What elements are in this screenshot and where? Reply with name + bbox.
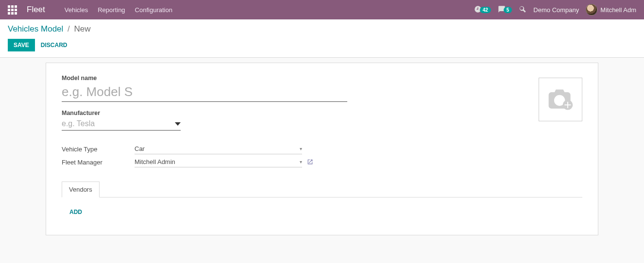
settings-icon[interactable]: [519, 5, 526, 15]
manufacturer-group: Manufacturer: [62, 110, 181, 131]
breadcrumb-sep: /: [68, 24, 70, 33]
tab-vendors[interactable]: Vendors: [62, 181, 100, 197]
manufacturer-select[interactable]: [62, 117, 181, 131]
camera-plus-icon: [546, 87, 575, 112]
save-button[interactable]: SAVE: [8, 39, 35, 51]
nav-left: Fleet Vehicles Reporting Configuration: [8, 5, 172, 15]
top-navbar: Fleet Vehicles Reporting Configuration 4…: [0, 0, 644, 19]
activity-indicator[interactable]: 42: [474, 5, 491, 15]
nav-item-reporting[interactable]: Reporting: [98, 6, 125, 14]
vehicle-type-row: Vehicle Type ▾: [62, 144, 582, 154]
activity-badge: 42: [480, 7, 491, 13]
nav-right: 42 5 Demo Company Mitchell Adm: [474, 4, 636, 16]
vehicle-type-select[interactable]: ▾: [135, 144, 302, 154]
model-name-group: Model name: [62, 75, 347, 102]
sheet-container: Model name Manufacturer Vehicle Type: [0, 58, 644, 247]
tab-bar: Vendors: [62, 181, 582, 197]
model-name-label: Model name: [62, 75, 347, 82]
vendors-panel: ADD: [62, 197, 582, 219]
breadcrumb-parent[interactable]: Vehicles Model: [8, 24, 63, 33]
manufacturer-label: Manufacturer: [62, 110, 181, 116]
nav-item-configuration[interactable]: Configuration: [135, 6, 172, 14]
nav-item-vehicles[interactable]: Vehicles: [65, 6, 88, 14]
model-name-input[interactable]: [62, 82, 347, 102]
action-buttons: SAVE DISCARD: [8, 39, 636, 51]
apps-icon[interactable]: [8, 5, 17, 15]
image-upload[interactable]: [539, 78, 582, 121]
fleet-manager-select[interactable]: ▾: [135, 157, 302, 167]
control-bar: Vehicles Model / New SAVE DISCARD: [0, 19, 644, 58]
user-name: Mitchell Adm: [600, 6, 636, 14]
manufacturer-input[interactable]: [62, 117, 175, 130]
chevron-down-icon[interactable]: [175, 120, 181, 128]
breadcrumb-current: New: [74, 24, 91, 33]
vehicle-type-label: Vehicle Type: [62, 146, 135, 153]
add-vendor-button[interactable]: ADD: [69, 209, 82, 215]
messages-badge: 5: [504, 7, 512, 13]
discard-button[interactable]: DISCARD: [41, 42, 68, 49]
user-menu[interactable]: Mitchell Adm: [586, 4, 636, 16]
app-brand[interactable]: Fleet: [27, 5, 45, 15]
chevron-down-icon[interactable]: ▾: [300, 146, 302, 151]
form-fields: Vehicle Type ▾ Fleet Manager ▾: [62, 144, 582, 167]
fleet-manager-input[interactable]: [135, 158, 300, 165]
company-selector[interactable]: Demo Company: [533, 6, 579, 14]
avatar: [586, 4, 597, 16]
chevron-down-icon[interactable]: ▾: [300, 159, 302, 164]
fleet-manager-row: Fleet Manager ▾: [62, 157, 582, 167]
fleet-manager-label: Fleet Manager: [62, 159, 135, 166]
external-link-icon[interactable]: [307, 159, 313, 166]
vehicle-type-input[interactable]: [135, 145, 300, 152]
nav-menu: Vehicles Reporting Configuration: [65, 6, 172, 14]
breadcrumb: Vehicles Model / New: [8, 24, 636, 34]
sheet-inner: Model name Manufacturer Vehicle Type: [62, 75, 582, 219]
messages-indicator[interactable]: 5: [498, 5, 512, 15]
form-sheet: Model name Manufacturer Vehicle Type: [46, 63, 598, 235]
